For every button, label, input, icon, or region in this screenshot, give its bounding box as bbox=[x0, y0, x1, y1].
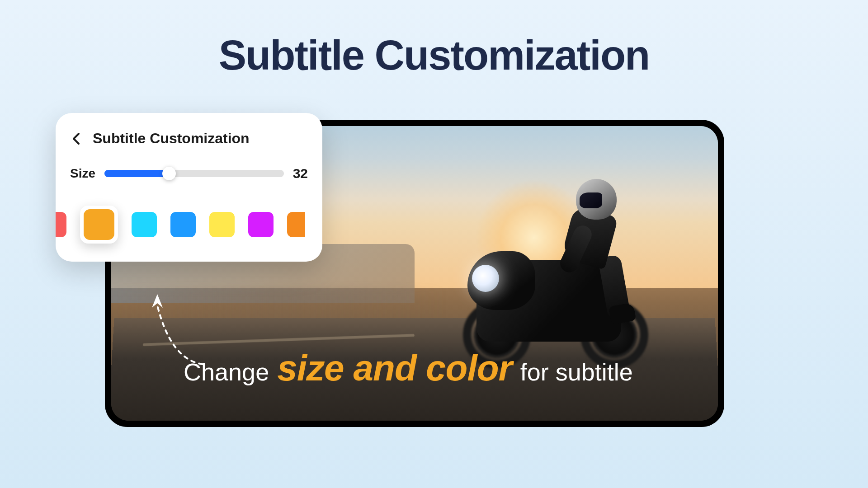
size-label: Size bbox=[70, 166, 95, 181]
color-swatch-row bbox=[56, 206, 322, 244]
color-swatch[interactable] bbox=[287, 212, 305, 237]
color-swatch[interactable] bbox=[170, 212, 196, 237]
page-title: Subtitle Customization bbox=[219, 32, 650, 79]
caption-highlight: size and color bbox=[277, 347, 512, 389]
caption-post: for subtitle bbox=[520, 358, 633, 386]
color-swatch[interactable] bbox=[132, 212, 157, 237]
panel-title: Subtitle Customization bbox=[93, 130, 250, 147]
color-swatch-inner bbox=[84, 209, 114, 240]
slider-thumb[interactable] bbox=[162, 167, 176, 180]
chevron-left-icon bbox=[72, 132, 81, 145]
back-button[interactable] bbox=[70, 132, 83, 145]
caption-text: Change size and color for subtitle bbox=[184, 347, 691, 389]
caption-pre: Change bbox=[184, 358, 269, 386]
color-swatch-selected[interactable] bbox=[80, 206, 118, 244]
color-swatch[interactable] bbox=[209, 212, 235, 237]
subtitle-customization-panel: Subtitle Customization Size 32 bbox=[56, 113, 322, 262]
color-swatch[interactable] bbox=[56, 212, 66, 237]
panel-header: Subtitle Customization bbox=[56, 130, 322, 147]
size-control-row: Size 32 bbox=[56, 166, 322, 181]
motorcycle-rider-image bbox=[458, 179, 657, 369]
size-slider[interactable] bbox=[104, 170, 284, 177]
size-value: 32 bbox=[293, 166, 308, 181]
slider-fill bbox=[104, 170, 169, 177]
color-swatch[interactable] bbox=[248, 212, 274, 237]
